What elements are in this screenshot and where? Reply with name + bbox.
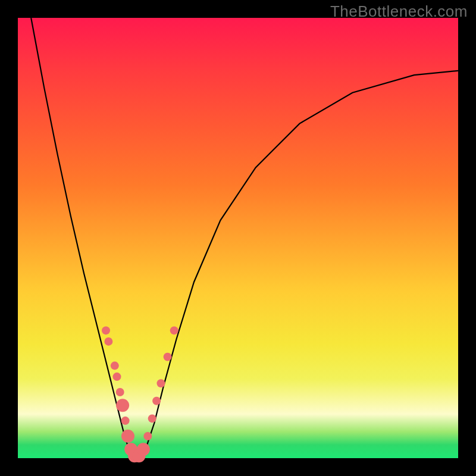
- plot-area: [18, 18, 458, 458]
- marker-dot: [157, 379, 165, 387]
- marker-dot: [121, 430, 134, 443]
- marker-dot: [116, 399, 129, 412]
- marker-dot: [148, 414, 156, 422]
- curve-right-branch: [139, 71, 459, 458]
- marker-dot: [102, 326, 110, 334]
- outer-frame: TheBottleneck.com: [0, 0, 476, 476]
- marker-dot: [152, 397, 161, 405]
- marker-dot: [111, 362, 119, 370]
- marker-dot: [137, 443, 150, 456]
- marker-dot: [170, 326, 178, 334]
- marker-dot: [104, 337, 112, 346]
- marker-dot: [113, 372, 121, 381]
- marker-dot: [164, 353, 172, 361]
- marker-dot: [143, 432, 152, 440]
- marker-dot: [121, 416, 130, 425]
- chart-svg: [18, 18, 458, 458]
- marker-dot: [116, 388, 124, 396]
- marker-dots: [102, 326, 178, 462]
